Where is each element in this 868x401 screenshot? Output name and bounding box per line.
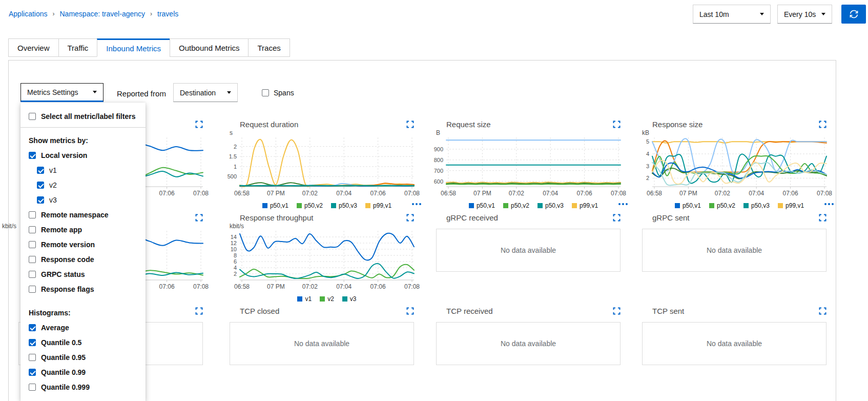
expand-icon[interactable]: [613, 121, 621, 128]
legend-item-v2[interactable]: v2: [320, 295, 334, 303]
spans-checkbox[interactable]: [262, 89, 269, 96]
expand-icon[interactable]: [195, 214, 203, 222]
checkbox-select-all-metric-label-filters[interactable]: [29, 113, 36, 120]
tab-traffic[interactable]: Traffic: [58, 38, 98, 57]
legend-item-p50-v1[interactable]: p50,v1: [262, 202, 288, 209]
x-axis-labels: 06:5807 PM07:0207:0407:0607:08: [240, 283, 414, 290]
y-axis-tick-label: 2: [221, 271, 237, 277]
legend-item-p99-v1[interactable]: p99,v1: [572, 202, 598, 209]
checkbox-v2[interactable]: [37, 182, 44, 189]
chart-header: Response throughput: [221, 209, 422, 223]
expand-icon[interactable]: [406, 307, 414, 315]
tab-overview[interactable]: Overview: [8, 38, 59, 57]
tab-outbound-metrics[interactable]: Outbound Metrics: [170, 38, 249, 57]
legend-item-p50-v2[interactable]: p50,v2: [709, 202, 735, 209]
legend-item-p50-v2[interactable]: p50,v2: [297, 202, 323, 209]
menu-item-average[interactable]: Average: [20, 320, 146, 335]
legend-item-p99-v1[interactable]: p99,v1: [365, 202, 391, 209]
legend-item-p50-v2[interactable]: p50,v2: [503, 202, 529, 209]
chart-canvas: [652, 137, 826, 189]
menu-item-grpc-status[interactable]: GRPC status: [20, 267, 146, 282]
menu-item-remote-namespace[interactable]: Remote namespace: [20, 207, 146, 222]
checkbox-response-flags[interactable]: [29, 286, 36, 293]
legend-item-p50-v1[interactable]: p50,v1: [469, 202, 495, 209]
menu-item-select-all-metric-label-filters[interactable]: Select all metric/label filters: [20, 109, 146, 124]
checkbox-remote-version[interactable]: [29, 241, 36, 248]
expand-icon[interactable]: [613, 307, 621, 315]
menu-item-label: Quantile 0.999: [41, 383, 90, 391]
legend-item-p50-v3[interactable]: p50,v3: [743, 202, 770, 209]
chart-canvas: [240, 231, 414, 283]
menu-item-response-flags[interactable]: Response flags: [20, 282, 146, 296]
chart-title: Response throughput: [240, 213, 313, 222]
chart-title: TCP sent: [652, 307, 684, 315]
legend-overflow-kebab-icon[interactable]: [618, 203, 628, 205]
menu-item-label: Remote app: [41, 226, 82, 234]
metrics-settings-dropdown-button[interactable]: Metrics Settings: [20, 83, 104, 102]
checkbox-v1[interactable]: [37, 167, 44, 174]
legend-swatch: [320, 296, 325, 302]
sync-icon: [850, 10, 858, 18]
refresh-interval-select[interactable]: Every 10s: [777, 5, 832, 24]
x-axis-tick-label: 07:08: [817, 190, 832, 197]
legend-swatch: [743, 203, 749, 208]
checkbox-v3[interactable]: [37, 196, 44, 204]
checkbox-grpc-status[interactable]: [29, 271, 36, 278]
checkbox-quantile-0-99[interactable]: [29, 369, 36, 376]
duration-select[interactable]: Last 10m: [693, 5, 771, 24]
checkbox-local-version[interactable]: [29, 152, 36, 159]
menu-item-local-version[interactable]: Local version: [20, 148, 146, 163]
expand-icon[interactable]: [819, 121, 826, 128]
x-axis-tick-label: 07:04: [336, 283, 352, 290]
menu-item-remote-version[interactable]: Remote version: [20, 237, 146, 252]
chart-unit-row: s: [221, 129, 422, 136]
legend-item-p50-v3[interactable]: p50,v3: [331, 202, 357, 209]
menu-item-quantile-0-5[interactable]: Quantile 0.5: [20, 335, 146, 350]
refresh-button[interactable]: [841, 5, 866, 24]
legend-item-p50-v3[interactable]: p50,v3: [538, 202, 564, 209]
x-axis-tick-label: 07 PM: [267, 190, 285, 197]
checkbox-response-code[interactable]: [29, 256, 36, 263]
breadcrumb-link-applications[interactable]: Applications: [9, 10, 48, 18]
menu-item-response-code[interactable]: Response code: [20, 252, 146, 267]
expand-icon[interactable]: [613, 214, 621, 222]
legend-item-p50-v1[interactable]: p50,v1: [675, 202, 701, 209]
expand-icon[interactable]: [819, 214, 826, 222]
checkbox-quantile-0-999[interactable]: [29, 384, 36, 391]
legend-label: p50,v1: [270, 202, 288, 209]
checkbox-remote-namespace[interactable]: [29, 211, 36, 218]
menu-item-v2[interactable]: v2: [20, 177, 146, 192]
menu-item-quantile-0-999[interactable]: Quantile 0.999: [20, 379, 146, 394]
expand-icon[interactable]: [819, 307, 826, 315]
menu-item-v1[interactable]: v1: [20, 163, 146, 177]
legend-item-v1[interactable]: v1: [297, 295, 312, 303]
menu-item-quantile-0-99[interactable]: Quantile 0.99: [20, 365, 146, 379]
chart-legend: p50,v1p50,v2p50,v3p99,v1: [446, 202, 621, 209]
menu-item-remote-app[interactable]: Remote app: [20, 222, 146, 237]
legend-item-v3[interactable]: v3: [342, 295, 357, 303]
x-axis-tick-label: 07:06: [783, 190, 798, 197]
expand-icon[interactable]: [195, 307, 203, 315]
expand-icon[interactable]: [406, 214, 414, 222]
legend-overflow-kebab-icon[interactable]: [412, 203, 421, 205]
tab-inbound-metrics[interactable]: Inbound Metrics: [97, 38, 170, 57]
checkbox-average[interactable]: [29, 324, 36, 331]
expand-icon[interactable]: [195, 121, 203, 128]
breadcrumb-link-namespace-travel-agency[interactable]: Namespace: travel-agency: [60, 10, 146, 18]
chart-legend: v1v2v3: [240, 295, 414, 303]
y-axis-unit-label: kbit/s: [230, 223, 244, 230]
expand-icon[interactable]: [406, 121, 414, 128]
tab-traces[interactable]: Traces: [248, 38, 290, 57]
legend-overflow-kebab-icon[interactable]: [824, 203, 834, 205]
checkbox-remote-app[interactable]: [29, 226, 36, 233]
checkbox-quantile-0-5[interactable]: [29, 339, 36, 346]
checkbox-quantile-0-95[interactable]: [29, 354, 36, 361]
menu-item-v3[interactable]: v3: [20, 192, 146, 207]
breadcrumb-link-travels[interactable]: travels: [157, 10, 178, 18]
reporter-select[interactable]: Destination: [173, 83, 238, 102]
breadcrumb-separator-icon: ›: [150, 10, 152, 17]
legend-item-p99-v1[interactable]: p99,v1: [778, 202, 804, 209]
chart-unit-row: B: [428, 129, 629, 136]
menu-item-quantile-0-95[interactable]: Quantile 0.95: [20, 350, 146, 365]
x-axis-tick-label: 06:58: [234, 283, 250, 290]
